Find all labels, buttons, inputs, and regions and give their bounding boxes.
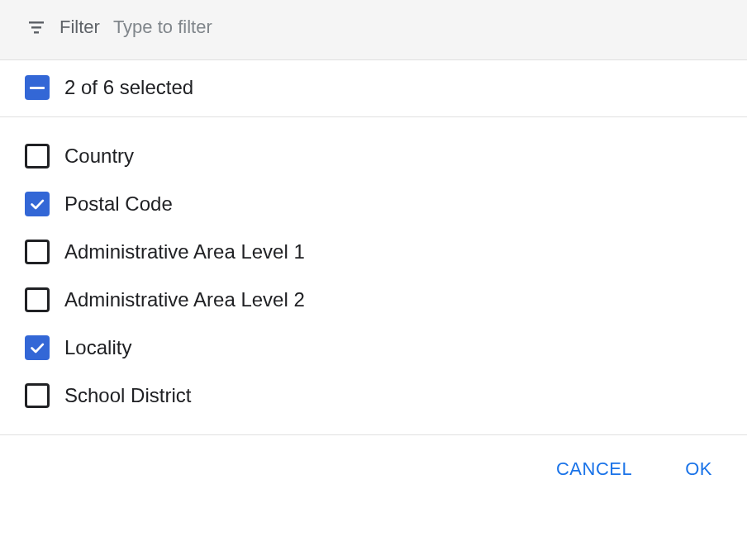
option-row[interactable]: Locality <box>0 324 747 372</box>
options-list: CountryPostal CodeAdministrative Area Le… <box>0 117 747 434</box>
option-row[interactable]: Postal Code <box>0 180 747 228</box>
select-all-checkbox[interactable] <box>25 75 50 100</box>
svg-rect-0 <box>29 21 44 24</box>
svg-rect-2 <box>34 31 39 34</box>
option-label: Administrative Area Level 2 <box>64 288 305 311</box>
checkmark-icon <box>28 339 46 357</box>
checkbox-checked[interactable] <box>25 192 50 216</box>
checkbox-unchecked[interactable] <box>25 240 50 264</box>
filter-label: Filter <box>59 17 100 38</box>
checkmark-icon <box>28 195 46 213</box>
filter-icon <box>26 17 46 37</box>
option-row[interactable]: Administrative Area Level 1 <box>0 228 747 276</box>
svg-rect-1 <box>31 26 41 29</box>
filter-input[interactable] <box>113 17 722 38</box>
checkbox-unchecked[interactable] <box>25 287 50 312</box>
summary-row: 2 of 6 selected <box>0 60 747 117</box>
indeterminate-icon <box>30 87 45 89</box>
filter-bar: Filter <box>0 0 747 60</box>
option-label: Postal Code <box>64 192 173 216</box>
cancel-button[interactable]: CANCEL <box>546 452 642 486</box>
checkbox-unchecked[interactable] <box>25 144 50 168</box>
option-row[interactable]: School District <box>0 372 747 420</box>
ok-button[interactable]: OK <box>675 452 722 486</box>
checkbox-unchecked[interactable] <box>25 383 50 408</box>
option-label: School District <box>64 384 191 407</box>
option-label: Country <box>64 145 134 168</box>
checkbox-checked[interactable] <box>25 335 50 360</box>
option-row[interactable]: Administrative Area Level 2 <box>0 276 747 324</box>
option-label: Administrative Area Level 1 <box>64 240 305 263</box>
selection-summary: 2 of 6 selected <box>64 76 193 99</box>
option-label: Locality <box>64 336 131 359</box>
option-row[interactable]: Country <box>0 132 747 180</box>
actions-bar: CANCEL OK <box>0 434 747 503</box>
